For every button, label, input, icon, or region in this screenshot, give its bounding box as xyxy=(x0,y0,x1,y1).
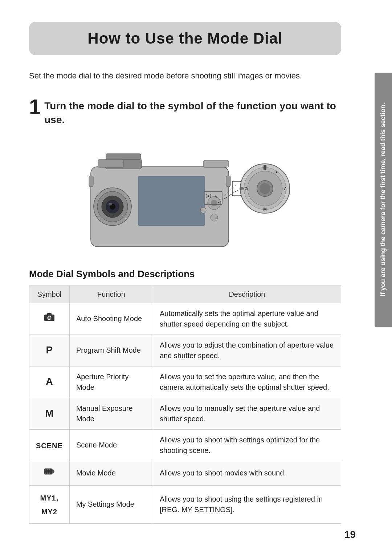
section-heading: Mode Dial Symbols and Descriptions xyxy=(29,268,341,280)
svg-rect-17 xyxy=(89,176,93,187)
side-tab: If you are using the camera for the firs… xyxy=(375,73,392,327)
svg-rect-29 xyxy=(264,165,266,170)
cell-symbol: SCENE xyxy=(29,429,70,461)
svg-point-15 xyxy=(200,207,206,213)
cell-symbol: M xyxy=(29,398,70,429)
cell-symbol: MY1, MY2 xyxy=(29,486,70,523)
cell-description: Allows you to manually set the aperture … xyxy=(153,398,341,429)
cell-symbol: P xyxy=(29,335,70,366)
svg-rect-16 xyxy=(203,160,229,167)
camera-illustration: P M SCN A ■ xyxy=(29,138,341,254)
table-row: MY1, MY2My Settings ModeAllows you to sh… xyxy=(29,486,341,523)
side-tab-text: If you are using the camera for the firs… xyxy=(379,99,388,300)
svg-rect-50 xyxy=(47,473,48,474)
svg-point-41 xyxy=(49,317,50,319)
svg-point-13 xyxy=(211,200,217,206)
table-row: MManual Exposure ModeAllows you to manua… xyxy=(29,398,341,429)
cell-function: Scene Mode xyxy=(69,429,153,461)
svg-rect-47 xyxy=(47,469,48,470)
svg-text:SCN: SCN xyxy=(241,187,248,191)
svg-rect-18 xyxy=(226,176,230,187)
svg-text:Q: Q xyxy=(215,194,217,198)
svg-rect-48 xyxy=(49,469,50,470)
svg-rect-51 xyxy=(49,473,50,474)
svg-rect-3 xyxy=(98,159,123,167)
title-box: How to Use the Mode Dial xyxy=(29,22,341,55)
cell-function: Auto Shooting Mode xyxy=(69,303,153,335)
page-number: 19 xyxy=(344,529,356,540)
table-row: Auto Shooting ModeAutomatically sets the… xyxy=(29,303,341,335)
page-title: How to Use the Mode Dial xyxy=(44,30,327,47)
cell-description: Allows you to set the aperture value, an… xyxy=(153,366,341,398)
cell-function: Movie Mode xyxy=(69,461,153,486)
cell-function: Aperture Priority Mode xyxy=(69,366,153,398)
step-number: 1 xyxy=(29,96,41,117)
camera-svg: P M SCN A ■ xyxy=(80,138,290,254)
svg-point-11 xyxy=(109,203,112,206)
col-symbol: Symbol xyxy=(29,285,70,303)
svg-point-14 xyxy=(211,214,218,221)
step-heading: 1 Turn the mode dial to the symbol of th… xyxy=(29,96,341,127)
step-text: Turn the mode dial to the symbol of the … xyxy=(44,99,341,127)
svg-rect-38 xyxy=(47,313,52,315)
svg-text:M: M xyxy=(263,207,266,212)
col-function: Function xyxy=(69,285,153,303)
svg-point-23 xyxy=(260,183,270,194)
cell-symbol: A xyxy=(29,366,70,398)
cell-description: Allows you to shoot movies with sound. xyxy=(153,461,341,486)
page-content: If you are using the camera for the firs… xyxy=(0,0,392,555)
svg-rect-46 xyxy=(45,469,46,470)
col-description: Description xyxy=(153,285,341,303)
intro-text: Set the mode dial to the desired mode be… xyxy=(29,70,341,82)
cell-description: Allows you to shoot with settings optimi… xyxy=(153,429,341,461)
cell-description: Allows you to shoot using the settings r… xyxy=(153,486,341,523)
table-row: Movie ModeAllows you to shoot movies wit… xyxy=(29,461,341,486)
svg-text:[▲]: [▲] xyxy=(206,194,211,198)
step-section: 1 Turn the mode dial to the symbol of th… xyxy=(29,96,341,127)
svg-rect-2 xyxy=(106,154,141,159)
cell-description: Allows you to adjust the combination of … xyxy=(153,335,341,366)
cell-function: My Settings Mode xyxy=(69,486,153,523)
svg-text:■: ■ xyxy=(275,170,277,174)
mode-dial-table: Symbol Function Description Auto Shootin… xyxy=(29,285,341,524)
cell-symbol xyxy=(29,303,70,335)
table-row: AAperture Priority ModeAllows you to set… xyxy=(29,366,341,398)
table-row: PProgram Shift ModeAllows you to adjust … xyxy=(29,335,341,366)
cell-description: Automatically sets the optimal aperture … xyxy=(153,303,341,335)
svg-rect-5 xyxy=(139,177,204,225)
cell-function: Manual Exposure Mode xyxy=(69,398,153,429)
table-header-row: Symbol Function Description xyxy=(29,285,341,303)
cell-function: Program Shift Mode xyxy=(69,335,153,366)
svg-rect-42 xyxy=(52,315,53,316)
svg-rect-31 xyxy=(232,181,241,196)
svg-marker-44 xyxy=(52,469,54,474)
svg-rect-49 xyxy=(45,473,46,474)
svg-text:A: A xyxy=(284,187,287,191)
table-row: SCENEScene ModeAllows you to shoot with … xyxy=(29,429,341,461)
cell-symbol xyxy=(29,461,70,486)
